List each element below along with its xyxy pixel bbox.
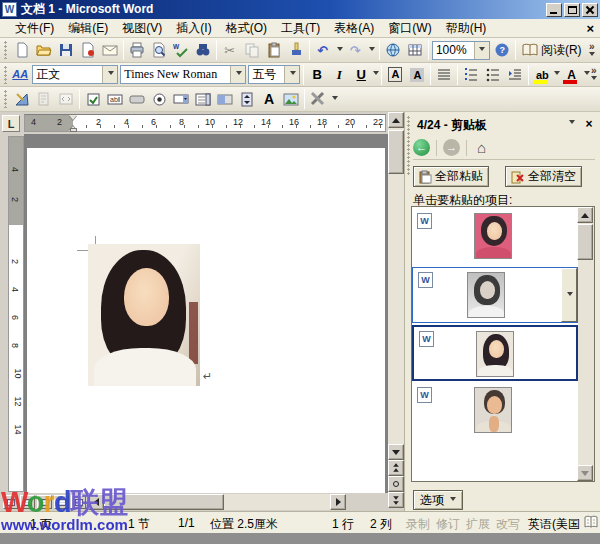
normal-view-button[interactable]	[3, 495, 18, 509]
design-mode-button[interactable]	[11, 88, 33, 110]
image-control-button[interactable]	[280, 88, 302, 110]
previous-page-button[interactable]	[388, 460, 404, 476]
document-page[interactable]	[27, 148, 385, 493]
list-scroll-thumb[interactable]	[577, 224, 593, 260]
menu-edit[interactable]: 编辑(E)	[61, 18, 115, 39]
print-layout-view-button[interactable]	[37, 495, 52, 509]
spin-button-control[interactable]	[236, 88, 258, 110]
menu-file[interactable]: 文件(F)	[8, 18, 61, 39]
back-icon[interactable]: ←	[413, 139, 430, 156]
numbering-button[interactable]	[460, 64, 482, 86]
toggle-button-control[interactable]	[214, 88, 236, 110]
close-button[interactable]	[582, 3, 598, 17]
menu-tools[interactable]: 工具(T)	[274, 18, 327, 39]
properties-button[interactable]	[33, 88, 55, 110]
toolbar-options-overflow[interactable]: »	[590, 64, 598, 86]
menu-insert[interactable]: 插入(I)	[169, 18, 218, 39]
research-button[interactable]	[192, 39, 214, 61]
paste-all-button[interactable]: 全部粘贴	[413, 166, 489, 187]
task-pane-close-button[interactable]: ×	[581, 116, 597, 131]
styles-and-formatting-button[interactable]: AA	[9, 64, 31, 86]
scroll-down-button[interactable]	[388, 444, 404, 460]
view-code-button[interactable]	[55, 88, 77, 110]
vertical-scroll-thumb[interactable]	[388, 130, 404, 174]
options-button[interactable]: 选项	[413, 490, 463, 510]
tab-stop-selector[interactable]: L	[2, 115, 20, 132]
clear-all-button[interactable]: 全部清空	[505, 166, 582, 187]
horizontal-scroll-track[interactable]	[104, 494, 330, 510]
status-extend-mode[interactable]: 扩展	[466, 516, 490, 533]
bullets-button[interactable]	[482, 64, 504, 86]
forward-icon[interactable]: →	[443, 139, 460, 156]
left-indent-marker[interactable]	[70, 128, 77, 132]
label-control-button[interactable]: A	[258, 88, 280, 110]
scroll-left-button[interactable]	[88, 494, 104, 510]
scroll-up-button[interactable]	[388, 112, 404, 128]
task-pane-menu-button[interactable]	[563, 116, 579, 131]
font-color-button[interactable]: A	[560, 64, 582, 86]
select-browse-object-button[interactable]	[388, 476, 404, 492]
clipboard-item-dropdown[interactable]	[561, 268, 577, 322]
home-icon[interactable]: ⌂	[473, 139, 490, 156]
new-document-button[interactable]	[11, 39, 33, 61]
menu-help[interactable]: 帮助(H)	[439, 18, 494, 39]
scroll-right-button[interactable]	[330, 494, 346, 510]
permission-button[interactable]	[77, 39, 99, 61]
toolbar-grip[interactable]	[4, 90, 9, 108]
menu-table[interactable]: 表格(A)	[327, 18, 381, 39]
undo-dropdown[interactable]	[334, 39, 345, 61]
outline-view-button[interactable]	[54, 495, 69, 509]
horizontal-scroll-thumb[interactable]	[104, 494, 224, 510]
status-overtype-mode[interactable]: 改写	[496, 516, 520, 533]
option-button-control[interactable]	[148, 88, 170, 110]
more-controls-button[interactable]	[307, 88, 329, 110]
list-scroll-down-button[interactable]	[577, 465, 593, 481]
maximize-button[interactable]	[564, 3, 580, 17]
read-mode-button[interactable]: 阅读(R)	[518, 39, 586, 61]
save-button[interactable]	[55, 39, 77, 61]
vertical-scrollbar[interactable]	[388, 112, 404, 508]
increase-indent-button[interactable]	[504, 64, 526, 86]
style-combo[interactable]: 正文	[32, 65, 118, 84]
print-preview-button[interactable]	[148, 39, 170, 61]
redo-dropdown[interactable]	[366, 39, 377, 61]
redo-button[interactable]: ↷	[344, 39, 366, 61]
inserted-photo[interactable]	[88, 244, 200, 386]
status-track-changes[interactable]: 修订	[436, 516, 460, 533]
toolbar-options-overflow[interactable]: »	[586, 39, 598, 61]
format-painter-button[interactable]	[285, 39, 307, 61]
insert-hyperlink-button[interactable]	[382, 39, 404, 61]
toolbar-grip[interactable]	[4, 66, 7, 84]
character-shading-button[interactable]: A	[406, 64, 428, 86]
checkbox-control-button[interactable]	[82, 88, 104, 110]
clipboard-item-1[interactable]: W	[412, 209, 578, 265]
zoom-combo[interactable]: 100%	[432, 41, 490, 60]
insert-table-button[interactable]	[404, 39, 426, 61]
next-page-button[interactable]	[388, 492, 404, 508]
italic-button[interactable]: I	[328, 64, 350, 86]
menu-window[interactable]: 窗口(W)	[381, 18, 438, 39]
email-button[interactable]	[99, 39, 121, 61]
toolbar-grip[interactable]	[4, 41, 9, 59]
spelling-button[interactable]: W	[170, 39, 192, 61]
combo-box-control-button[interactable]	[170, 88, 192, 110]
font-size-dropdown-icon[interactable]	[284, 66, 299, 83]
document-close-button[interactable]: ×	[586, 21, 594, 36]
underline-dropdown[interactable]	[372, 64, 379, 86]
font-dropdown-icon[interactable]	[230, 66, 245, 83]
cut-button[interactable]: ✂	[219, 39, 241, 61]
clipboard-item-2[interactable]: W	[412, 267, 578, 323]
print-button[interactable]	[126, 39, 148, 61]
underline-button[interactable]: U	[350, 64, 372, 86]
bold-button[interactable]: B	[306, 64, 328, 86]
web-layout-view-button[interactable]	[20, 495, 35, 509]
paste-button[interactable]	[263, 39, 285, 61]
style-dropdown-icon[interactable]	[102, 66, 117, 83]
highlight-dropdown[interactable]	[553, 64, 560, 86]
font-combo[interactable]: Times New Roman	[120, 65, 246, 84]
menu-view[interactable]: 视图(V)	[115, 18, 169, 39]
minimize-button[interactable]	[546, 3, 562, 17]
clipboard-item-3[interactable]: W	[412, 325, 578, 381]
status-record-mode[interactable]: 录制	[406, 516, 430, 533]
list-box-control-button[interactable]	[192, 88, 214, 110]
